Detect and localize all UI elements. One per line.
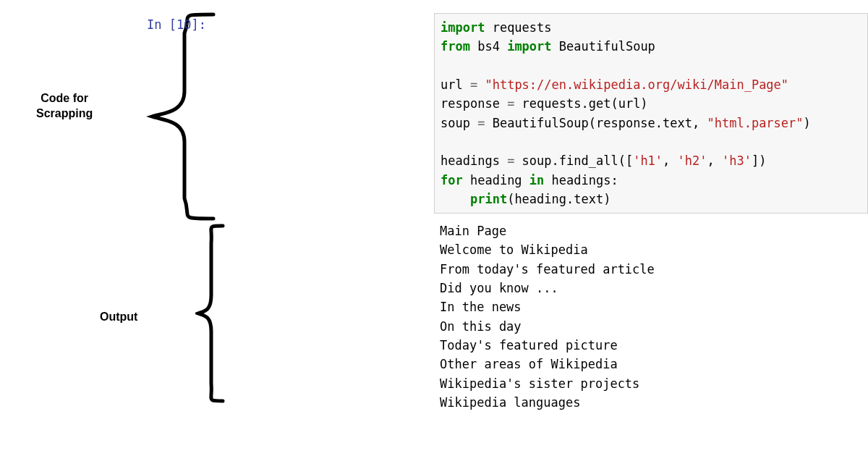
code-token: ,: [663, 153, 677, 168]
code-token: ): [804, 116, 811, 130]
keyword-import: import: [441, 20, 485, 35]
operator: =: [470, 77, 477, 92]
string-literal: "https://en.wikipedia.org/wiki/Main_Page…: [477, 77, 788, 92]
string-literal: "html.parser": [707, 116, 803, 130]
code-token: ,: [707, 153, 722, 168]
operator: =: [477, 116, 485, 130]
string-literal: 'h1': [633, 153, 663, 168]
code-token: soup: [441, 116, 477, 130]
operator: =: [507, 153, 514, 168]
keyword-in: in: [529, 173, 544, 187]
code-token: url: [441, 77, 470, 92]
code-token: BeautifulSoup(response.text,: [485, 116, 707, 130]
code-token: (heading.text): [507, 192, 610, 206]
code-token: ]): [752, 153, 766, 168]
code-token: BeautifulSoup: [552, 39, 655, 54]
brace-icon: [134, 12, 221, 221]
code-token: requests.get(url): [514, 96, 647, 111]
brace-icon: [195, 223, 231, 404]
keyword-import: import: [507, 39, 551, 54]
code-token: heading: [463, 173, 529, 187]
input-prompt-label: In [10]:: [134, 13, 213, 32]
code-token: bs4: [470, 39, 507, 54]
code-cell[interactable]: import requests from bs4 import Beautifu…: [434, 13, 868, 214]
operator: =: [507, 96, 514, 111]
code-token: headings: [441, 153, 507, 168]
output-section-label: Output: [100, 310, 137, 325]
code-section-label: Code for Scrapping: [36, 91, 93, 122]
code-token: requests: [485, 20, 551, 35]
code-token: soup.find_all([: [514, 153, 633, 168]
keyword-for: for: [441, 173, 463, 187]
string-literal: 'h2': [678, 153, 707, 168]
output-area: Main Page Welcome to Wikipedia From toda…: [434, 216, 660, 418]
builtin-print: print: [470, 192, 507, 206]
string-literal: 'h3': [722, 153, 752, 168]
code-token: response: [441, 96, 507, 111]
indent: [441, 192, 470, 206]
keyword-from: from: [441, 39, 470, 54]
code-token: headings:: [544, 173, 618, 187]
